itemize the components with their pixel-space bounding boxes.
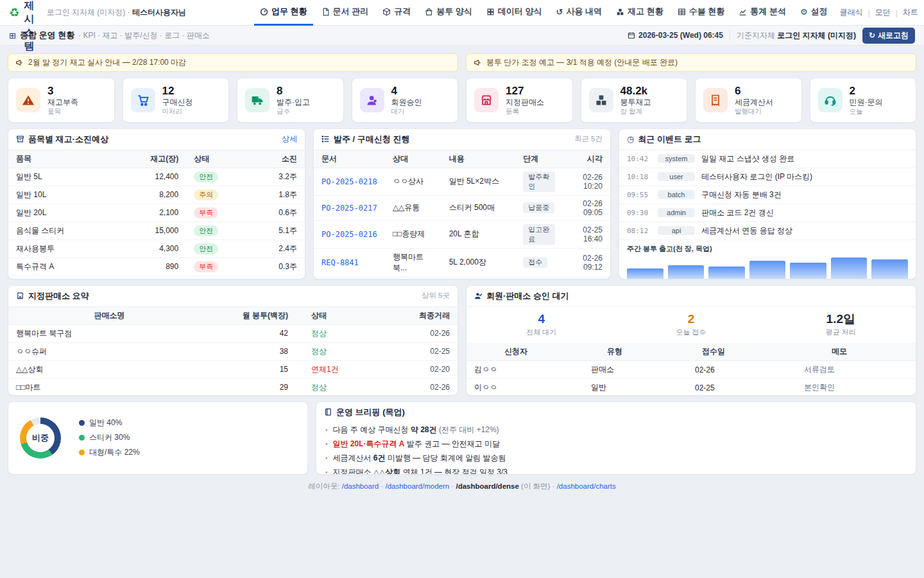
- boxes-icon: [616, 8, 624, 16]
- bar-sat: [831, 258, 868, 279]
- stage-badge: 발주확인: [523, 171, 555, 192]
- nav-item-spec[interactable]: 규격: [377, 0, 416, 26]
- approvals-table: 신청자 유형 접수일 메모 김ㅇㅇ판매소02-26서류검토 이ㅇㅇ일반02-25…: [466, 343, 916, 395]
- doc-link[interactable]: PO-2025-0216: [321, 230, 377, 239]
- megaphone-icon: [474, 58, 482, 67]
- kpi-low-stock[interactable]: 3재고부족품목: [8, 78, 115, 123]
- bullet-dot: •: [325, 455, 328, 462]
- store-status: 정상: [311, 383, 327, 392]
- nav-item-settings[interactable]: ⚙ 설정: [794, 0, 834, 26]
- nav-item-bag-form[interactable]: 봉투 양식: [419, 0, 478, 26]
- table-row: 이ㅇㅇ일반02-25본인확인: [466, 379, 916, 396]
- panel-title: 운영 브리핑 (목업): [336, 407, 405, 418]
- weekly-bar-chart: 주간 봉투 출고(천 장, 목업) 월 화 수 목 금 토: [619, 240, 916, 279]
- list-icon: [321, 135, 330, 143]
- table-row: 일반 5L12,400안전3.2주: [8, 168, 305, 186]
- nav-item-statistics[interactable]: 통계 분석: [733, 0, 792, 26]
- datetime-text: 2026-03-25 (Wed) 06:45: [638, 31, 723, 40]
- store-status: 정상: [311, 347, 327, 356]
- notice-text: 봉투 단가 조정 예고 — 3/1 적용 예정 (안내문 배포 완료): [486, 57, 678, 68]
- nav-item-data-form[interactable]: 데이터 양식: [481, 0, 548, 26]
- recycle-logo-icon: ♻: [9, 7, 19, 19]
- kpi-purchase-request[interactable]: 12구매신청미처리: [123, 78, 230, 123]
- brand: ♻ 종량제 시스템: [9, 0, 34, 53]
- log-row: 10:42system일일 재고 스냅샷 생성 완료: [619, 150, 916, 168]
- toolbar: ⊞ 종합 운영 현황 · KPI · 재고 · 발주/신청 · 로그 · 판매소…: [0, 26, 924, 46]
- footer-link-dense[interactable]: /dashboard/dense: [456, 482, 518, 490]
- table-row: PO-2025-0217△△유통스티커 500매납품중02-26 09:05: [314, 195, 610, 220]
- base-label: 기준지자체: [737, 31, 775, 40]
- briefing-item: •세금계산서 6건 미발행 — 담당 회계에 알림 발송됨: [325, 451, 907, 466]
- view-link-modern[interactable]: 모던: [875, 7, 891, 18]
- clock-history-icon: ◷: [627, 134, 634, 144]
- nav-label: 설정: [811, 6, 828, 17]
- recent-count-label: 최근 5건: [574, 134, 603, 144]
- archive-icon: [16, 135, 24, 143]
- kpi-member-approval[interactable]: 4회원승인대기: [352, 78, 459, 123]
- gauge-icon: [260, 8, 268, 16]
- nav-view-switch: 클래식 | 모던 | 차트: [840, 7, 924, 18]
- doc-link[interactable]: REQ-8841: [321, 258, 359, 267]
- table-row: ㅇㅇ슈퍼38정상02-25: [8, 342, 458, 360]
- kpi-tax-invoice[interactable]: 6세금계산서발행대기: [695, 78, 802, 123]
- truck-icon: [245, 88, 270, 112]
- footer-link-dashboard[interactable]: /dashboard: [342, 482, 379, 490]
- nav-item-ledger[interactable]: 수불 현황: [672, 0, 731, 26]
- bar-thu: [749, 261, 786, 279]
- separator: |: [896, 8, 898, 17]
- table-row: PO-2025-0218ㅇㅇ상사일반 5L×2박스발주확인02-26 10:20: [314, 168, 610, 195]
- log-row: 09:55batch구매신청 자동 분배 3건: [619, 186, 916, 204]
- footer-link-charts[interactable]: /dashboard/charts: [557, 482, 616, 490]
- panel-title: 회원·판매소 승인 대기: [486, 290, 569, 302]
- detail-link[interactable]: 상세: [282, 134, 297, 144]
- refresh-button[interactable]: ↻ 새로고침: [862, 28, 915, 44]
- briefing-item: •지정판매소 △△상회 연체 1건 — 현장 점검 일정 3/3: [325, 466, 907, 475]
- legend-dot: [79, 435, 85, 441]
- package-icon: [382, 8, 391, 16]
- nav-item-usage-history[interactable]: ↺ 사용 내역: [550, 0, 608, 26]
- footer-link-modern[interactable]: /dashboard/modern: [385, 482, 449, 490]
- doc-link[interactable]: PO-2025-0217: [321, 204, 377, 213]
- notice-banner-2: 봉투 단가 조정 예고 — 3/1 적용 예정 (안내문 배포 완료): [466, 53, 916, 72]
- nav-item-doc-manage[interactable]: 문서 관리: [316, 0, 375, 26]
- table-row: REQ-8841행복마트 북...5L 2,000장접수02-26 09:12: [314, 248, 610, 277]
- table-row: PO-2025-0216□□종량제20L 혼합입고완료02-25 16:40: [314, 220, 610, 248]
- bullet-dot: •: [325, 426, 328, 434]
- kpi-bag-inventory[interactable]: 48.2k봉투재고장 합계: [581, 78, 688, 123]
- stage-badge: 납품중: [523, 202, 554, 213]
- dashboard-icon: ⊞: [9, 31, 16, 40]
- notice-row: 2월 말 정기 재고 실사 안내 — 2/28 17:00 마감 봉투 단가 조…: [8, 53, 916, 72]
- log-tag: admin: [658, 208, 695, 217]
- store-status: 정상: [311, 329, 327, 338]
- stores-table: 판매소명 월 봉투(백장) 상태 최종거래 행복마트 북구점42정상02-26 …: [8, 307, 458, 396]
- kpi-civil-inquiry[interactable]: 2민원·문의오늘: [810, 78, 917, 123]
- page-title-group: ⊞ 종합 운영 현황: [9, 30, 74, 41]
- stores-panel: 지정판매소 요약 상위 5곳 판매소명 월 봉투(백장) 상태 최종거래 행복마…: [8, 285, 458, 396]
- legend-dot: [79, 420, 85, 426]
- nav-label: 통계 분석: [750, 6, 786, 17]
- calendar-icon: [628, 31, 635, 39]
- log-row: 10:18user테스터사용자 로그인 (IP 마스킹): [619, 168, 916, 186]
- log-row: 08:12api세금계산서 연동 응답 정상: [619, 222, 916, 240]
- bar-mon: [627, 268, 663, 279]
- bar-tue: [668, 265, 705, 279]
- nav-item-inventory[interactable]: 재고 현황: [610, 0, 669, 26]
- approvals-panel: 회원·판매소 승인 대기 4전체 대기 2오늘 접수 1.2일평균 처리 신청자…: [466, 285, 916, 396]
- view-link-chart[interactable]: 차트: [903, 7, 918, 18]
- base-municipality: 기준지자체 로그인 지자체 (미지정): [737, 30, 856, 41]
- doc-link[interactable]: PO-2025-0218: [321, 177, 377, 186]
- store-icon: [474, 88, 499, 112]
- notice-banner-1: 2월 말 정기 재고 실사 안내 — 2/28 17:00 마감: [8, 53, 458, 72]
- table-row: 재사용봉투4,300안전2.4주: [8, 240, 305, 258]
- bar-area: [627, 258, 908, 279]
- view-link-classic[interactable]: 클래식: [840, 7, 863, 18]
- share-legend: 일반 40% 스티커 30% 대형/특수 22%: [79, 417, 140, 458]
- nav-item-work-status[interactable]: 업무 현황: [254, 0, 313, 26]
- status-badge: 부족: [194, 261, 218, 272]
- user-name: 테스터사용자님: [132, 8, 186, 17]
- legend-item: 일반 40%: [79, 417, 140, 428]
- log-tag: batch: [658, 190, 695, 199]
- kpi-designated-stores[interactable]: 127지정판매소등록: [466, 78, 573, 123]
- history-icon: ↺: [556, 8, 563, 16]
- kpi-order-inbound[interactable]: 8발주·입고금주: [237, 78, 344, 123]
